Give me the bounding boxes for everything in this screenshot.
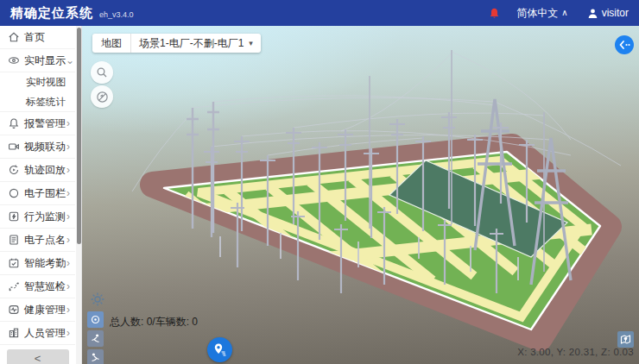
sidebar-item-personnel-management[interactable]: 人员管理 › xyxy=(0,322,75,345)
alarm-bell-icon[interactable] xyxy=(488,7,501,20)
sidebar-item-realtime-display[interactable]: 实时显示 ⌄ xyxy=(0,49,75,72)
personnel-building-icon xyxy=(8,327,20,339)
worker-icon xyxy=(90,333,101,344)
language-label: 简体中文 xyxy=(516,6,558,21)
sidebar-item-label: 电子点名 xyxy=(24,233,66,248)
locate-toggle-button[interactable] xyxy=(87,311,104,328)
sidebar-item-label: 电子围栏 xyxy=(24,186,66,201)
sidebar-item-label: 智能考勤 xyxy=(24,256,66,271)
sidebar-item-video-linkage[interactable]: 视频联动 › xyxy=(0,135,75,159)
search-icon xyxy=(96,66,108,78)
minimap-button[interactable] xyxy=(617,331,634,348)
sidebar-item-smart-attendance[interactable]: 智能考勤 › xyxy=(0,252,75,275)
right-panel-toggle-button[interactable] xyxy=(614,35,635,55)
app-version: eh_v3.4.0 xyxy=(99,10,134,19)
hide-markers-button[interactable] xyxy=(91,85,113,108)
sidebar-subitem-tag-statistics[interactable]: 标签统计 xyxy=(0,92,75,112)
attendance-calendar-icon xyxy=(8,257,20,269)
chevron-right-icon: › xyxy=(66,211,70,222)
chevron-right-icon: › xyxy=(66,281,70,292)
sidebar-item-label: 智慧巡检 xyxy=(24,279,66,294)
eye-icon xyxy=(8,54,20,66)
map-tab-button[interactable]: 地图 xyxy=(92,34,131,53)
user-icon xyxy=(587,8,598,19)
sidebar-item-roll-call[interactable]: 电子点名 › xyxy=(0,229,75,252)
sidebar-subitem-realtime-view[interactable]: 实时视图 xyxy=(0,72,75,92)
sidebar-item-label: 人员管理 xyxy=(24,326,66,341)
chevron-right-icon: › xyxy=(66,118,70,129)
app-window: 精确定位系统 eh_v3.4.0 简体中文 ∧ visitor xyxy=(0,0,639,364)
scene-settings-button[interactable] xyxy=(90,292,105,307)
user-menu[interactable]: visitor xyxy=(587,7,629,19)
sidebar-item-behavior-monitoring[interactable]: 行为监测 › xyxy=(0,205,75,229)
behavior-lightning-icon xyxy=(8,210,20,223)
sidebar-scrollbar-track[interactable] xyxy=(76,26,81,364)
sidebar-item-label: 首页 xyxy=(24,30,45,45)
sidebar-item-label: 行为监测 xyxy=(24,210,66,224)
sidebar-subitem-label: 实时视图 xyxy=(26,76,66,89)
sidebar-item-home[interactable]: 首页 xyxy=(0,26,75,49)
sidebar-item-label: 视频联动 xyxy=(24,140,66,154)
roll-call-list-icon xyxy=(8,234,20,246)
chevron-down-icon: ⌄ xyxy=(66,55,74,66)
personnel-marker-toggle-button[interactable] xyxy=(87,330,104,347)
patrol-route-icon xyxy=(8,280,20,292)
sidebar: 首页 实时显示 ⌄ 实时视图 标签统计 报警管理 › xyxy=(0,26,82,364)
chevron-right-icon: › xyxy=(66,235,70,245)
header-right: 简体中文 ∧ visitor xyxy=(488,6,639,21)
app-title: 精确定位系统 xyxy=(10,5,93,22)
cursor-coordinates-label: X: 3.00, Y: 20.31, Z: 0.03 xyxy=(517,347,634,357)
video-icon xyxy=(8,141,20,153)
crossed-circle-icon xyxy=(96,91,109,104)
search-button[interactable] xyxy=(91,61,113,84)
sidebar-item-label: 轨迹回放 xyxy=(24,163,66,178)
caret-up-icon: ∧ xyxy=(561,9,567,17)
sidebar-collapse-button[interactable]: < xyxy=(7,349,69,364)
sidebar-menu: 首页 实时显示 ⌄ 实时视图 标签统计 报警管理 › xyxy=(0,26,75,364)
vehicle-marker-toggle-button[interactable] xyxy=(87,349,104,364)
replay-icon xyxy=(8,164,20,176)
scene-selector-value: 场景1-电厂-不删-电厂1 xyxy=(139,36,244,51)
user-name: visitor xyxy=(602,7,629,19)
chevron-right-icon: › xyxy=(66,304,70,315)
sidebar-item-electronic-fence[interactable]: 电子围栏 › xyxy=(0,182,75,205)
sidebar-item-label: 健康管理 xyxy=(24,303,66,317)
caret-down-icon: ▾ xyxy=(249,39,253,47)
map-viewport[interactable]: 地图 场景1-电厂-不删-电厂1 ▾ xyxy=(82,26,639,364)
locate-icon xyxy=(90,314,101,325)
sidebar-item-health-management[interactable]: 健康管理 › xyxy=(0,298,75,322)
chevron-right-icon: › xyxy=(66,328,70,338)
chevron-right-icon: › xyxy=(66,188,70,198)
sidebar-subitem-label: 标签统计 xyxy=(26,96,66,109)
map-pin-icon xyxy=(620,334,631,345)
sidebar-item-label: 实时显示 xyxy=(24,53,66,68)
chevron-right-icon: › xyxy=(66,258,70,268)
bell-icon xyxy=(8,117,20,129)
language-selector[interactable]: 简体中文 ∧ xyxy=(516,6,567,21)
fence-circle-icon xyxy=(8,187,20,199)
population-stats-label: 总人数: 0/车辆数: 0 xyxy=(110,314,198,330)
sidebar-scrollbar-thumb[interactable] xyxy=(77,28,81,244)
sidebar-item-label: 报警管理 xyxy=(24,116,66,131)
scene-selector-dropdown[interactable]: 场景1-电厂-不删-电厂1 ▾ xyxy=(131,34,261,53)
header: 精确定位系统 eh_v3.4.0 简体中文 ∧ visitor xyxy=(0,0,639,26)
health-pulse-icon xyxy=(8,304,20,316)
collapse-left-icon xyxy=(614,35,635,55)
chevron-right-icon: › xyxy=(66,141,70,152)
map-toolbar: 地图 场景1-电厂-不删-电厂1 ▾ xyxy=(92,34,261,53)
sidebar-item-alarm-management[interactable]: 报警管理 › xyxy=(0,112,75,135)
sidebar-item-track-playback[interactable]: 轨迹回放 › xyxy=(0,159,75,182)
worker-alt-icon xyxy=(90,352,101,363)
home-icon xyxy=(8,31,20,43)
gear-icon xyxy=(90,292,105,307)
chevron-right-icon: › xyxy=(66,165,70,175)
sidebar-item-smart-patrol[interactable]: 智慧巡检 › xyxy=(0,275,75,298)
location-pin-icon xyxy=(212,342,227,357)
location-list-button[interactable] xyxy=(207,337,232,362)
